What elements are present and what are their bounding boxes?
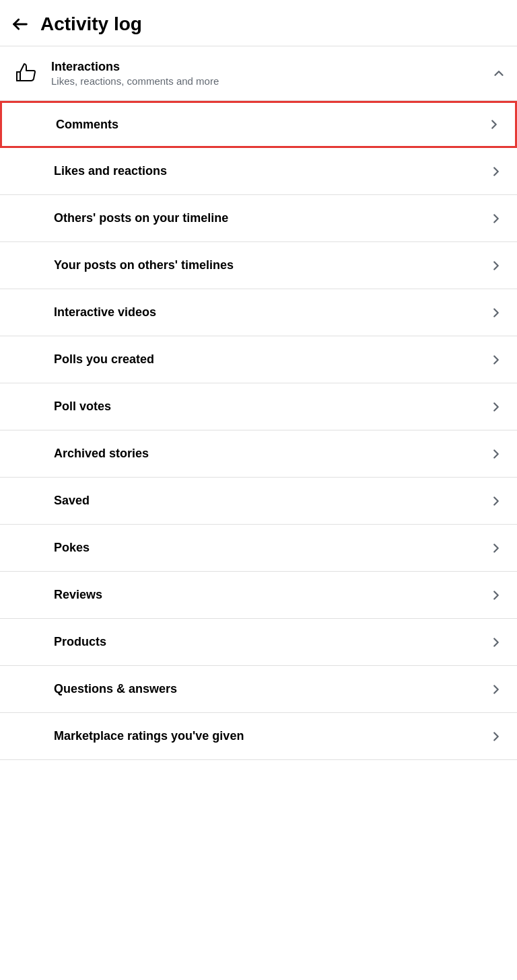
chevron-right-icon bbox=[489, 164, 504, 179]
menu-item-reviews[interactable]: Reviews bbox=[0, 572, 517, 619]
menu-item-marketplace-ratings[interactable]: Marketplace ratings you've given bbox=[0, 713, 517, 760]
menu-item-your-posts-others-timelines[interactable]: Your posts on others' timelines bbox=[0, 242, 517, 289]
menu-item-label: Saved bbox=[54, 494, 90, 508]
menu-item-label: Questions & answers bbox=[54, 682, 177, 696]
menu-item-label: Archived stories bbox=[54, 447, 149, 461]
menu-item-comments[interactable]: Comments bbox=[0, 101, 517, 148]
menu-item-interactive-videos[interactable]: Interactive videos bbox=[0, 289, 517, 336]
section-title: Interactions bbox=[51, 60, 481, 74]
menu-item-polls-you-created[interactable]: Polls you created bbox=[0, 336, 517, 383]
section-header[interactable]: Interactions Likes, reactions, comments … bbox=[0, 46, 517, 100]
menu-item-label: Polls you created bbox=[54, 352, 154, 367]
menu-item-label: Marketplace ratings you've given bbox=[54, 729, 244, 743]
menu-item-label: Reviews bbox=[54, 588, 102, 602]
menu-list: Comments Likes and reactions Others' pos… bbox=[0, 101, 517, 760]
menu-item-label: Comments bbox=[56, 118, 118, 132]
menu-item-label: Pokes bbox=[54, 541, 90, 555]
menu-item-label: Others' posts on your timeline bbox=[54, 211, 228, 225]
menu-item-label: Poll votes bbox=[54, 400, 111, 414]
page-title: Activity log bbox=[40, 13, 142, 35]
chevron-right-icon bbox=[489, 352, 504, 367]
section-text: Interactions Likes, reactions, comments … bbox=[51, 60, 481, 87]
chevron-right-icon bbox=[489, 258, 504, 273]
section-collapse-icon[interactable] bbox=[491, 66, 506, 81]
chevron-right-icon bbox=[489, 635, 504, 650]
chevron-right-icon bbox=[489, 588, 504, 603]
menu-item-saved[interactable]: Saved bbox=[0, 478, 517, 525]
menu-item-likes-reactions[interactable]: Likes and reactions bbox=[0, 148, 517, 195]
chevron-right-icon bbox=[489, 682, 504, 697]
menu-item-others-posts-timeline[interactable]: Others' posts on your timeline bbox=[0, 195, 517, 242]
chevron-right-icon bbox=[489, 541, 504, 556]
menu-item-questions-answers[interactable]: Questions & answers bbox=[0, 666, 517, 713]
section-subtitle: Likes, reactions, comments and more bbox=[51, 75, 481, 87]
chevron-right-icon bbox=[489, 400, 504, 414]
menu-item-products[interactable]: Products bbox=[0, 619, 517, 666]
page-header: Activity log bbox=[0, 0, 517, 46]
menu-item-poll-votes[interactable]: Poll votes bbox=[0, 383, 517, 430]
menu-item-label: Interactive videos bbox=[54, 305, 156, 319]
chevron-right-icon bbox=[489, 305, 504, 320]
menu-item-pokes[interactable]: Pokes bbox=[0, 525, 517, 572]
chevron-right-icon bbox=[489, 211, 504, 226]
back-button[interactable] bbox=[11, 15, 30, 34]
menu-item-label: Likes and reactions bbox=[54, 164, 167, 178]
menu-item-label: Your posts on others' timelines bbox=[54, 258, 234, 272]
chevron-right-icon bbox=[489, 494, 504, 508]
chevron-right-icon bbox=[487, 117, 502, 132]
menu-item-label: Products bbox=[54, 635, 106, 649]
chevron-right-icon bbox=[489, 729, 504, 744]
menu-item-archived-stories[interactable]: Archived stories bbox=[0, 430, 517, 478]
thumbs-up-icon bbox=[11, 59, 40, 88]
chevron-right-icon bbox=[489, 447, 504, 461]
